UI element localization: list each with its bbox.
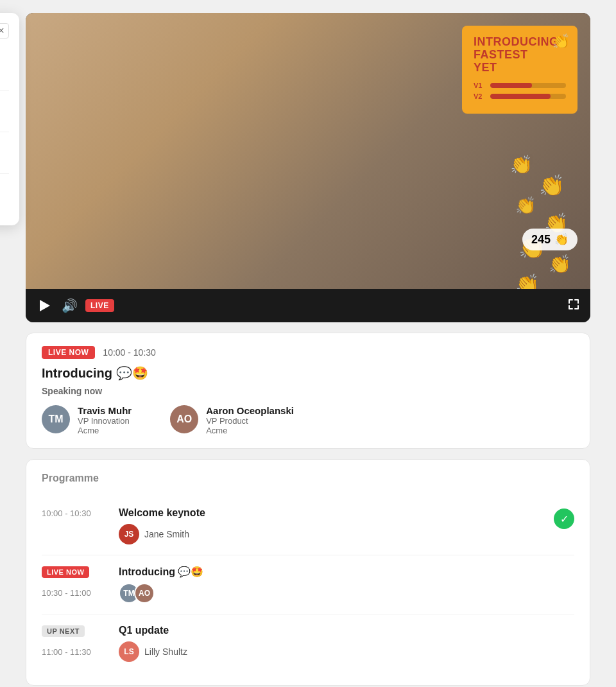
prog-avatar: AO [134,583,155,604]
prog-time: 10:00 - 10:30 [42,507,106,518]
prog-name: Introducing 💬🤩 [119,566,574,578]
prog-speaker-row: LS Lilly Shultz [119,641,574,662]
fullscreen-button[interactable] [567,298,580,314]
speaker-details: Travis Muhr VP Innovation Acme [78,405,132,435]
v1-bar-bg [490,83,566,88]
prog-time: 11:00 - 11:30 [42,646,106,657]
main-container: 125 viewers × CH Cammy Hedling 👏48 • ACM… [26,13,590,686]
prog-name: Welcome keynote [119,507,541,519]
v2-label: V2 [474,92,486,100]
programme-card: Programme 10:00 - 10:30 Welcome keynote … [26,459,590,686]
prog-content: Q1 update LS Lilly Shultz [119,625,574,662]
viewers-header: 125 viewers × [0,23,9,39]
prog-name: Q1 update [119,625,574,636]
hand-emoji-3: 👏 [515,196,536,216]
controls-left: 🔊 LIVE [36,297,114,315]
v2-bar-bg [490,94,566,99]
speaker-role: VP Innovation [78,416,132,426]
prog-content: Welcome keynote JS Jane Smith [119,507,541,544]
prog-avatar: JS [119,524,139,544]
hand-emoji-7: 👏 [515,273,539,289]
speaker-company: Acme [206,426,294,435]
video-area: INTRODUCINGFASTESTYET 👏 V1 V2 👏 [26,13,590,289]
prog-avatar-group: TM AO [119,583,574,604]
play-button[interactable] [36,297,54,315]
programme-item-3: UP NEXT 11:00 - 11:30 Q1 update LS Lilly… [42,614,574,672]
viewer-item: CH Cammy Hedling 👏48 • ACME Inc. [0,49,9,91]
speaker-item: AO Aaron Oceoplanski VP Product Acme [170,405,294,435]
video-wrapper: 125 viewers × CH Cammy Hedling 👏48 • ACM… [26,13,590,322]
speaker-details: Aaron Oceoplanski VP Product Acme [206,405,294,435]
prog-time-block: UP NEXT 11:00 - 11:30 [42,625,106,657]
session-title: Introducing 💬🤩 [42,365,574,381]
viewer-item: VD Vicente de la Cruz 👏41 • BlueHat [0,91,9,132]
prog-content: Introducing 💬🤩 TM AO [119,566,574,604]
speaker-name: Travis Muhr [78,405,132,416]
intro-hand-emoji: 👏 [552,33,570,50]
speaker-role: VP Product [206,416,294,426]
viewers-popup: 125 viewers × CH Cammy Hedling 👏48 • ACM… [0,13,19,225]
hand-emoji-1: 👏 [510,154,533,175]
clap-count: 245 [531,233,551,247]
prog-status-badge: LIVE NOW [42,566,89,578]
prog-avatar: LS [119,641,139,662]
prog-time: 10:30 - 11:00 [42,587,106,598]
prog-right: ✓ [554,507,574,529]
speaker-avatar: TM [42,405,70,433]
programme-item-2: LIVE NOW 10:30 - 11:00 Introducing 💬🤩 TM… [42,555,574,614]
prog-time-block: LIVE NOW 10:30 - 11:00 [42,566,106,598]
programme-title: Programme [42,473,574,484]
intro-card: INTRODUCINGFASTESTYET 👏 V1 V2 [462,26,578,114]
speaker-avatar: AO [170,405,198,433]
check-icon: ✓ [554,509,574,529]
prog-speaker-row: JS Jane Smith [119,524,541,544]
close-button[interactable]: × [0,23,9,39]
v2-bar-fill [490,94,551,99]
hand-emoji-2: 👏 [539,173,565,198]
v1-row: V1 [474,82,566,89]
live-now-badge: LIVE NOW [42,346,95,359]
hand-emoji-6: 👏 [549,254,571,275]
speaking-now-label: Speaking now [42,386,574,396]
speaker-company: Acme [78,426,132,435]
video-controls: 🔊 LIVE [26,289,590,322]
volume-icon[interactable]: 🔊 [62,298,78,313]
clap-emoji: 👏 [554,232,569,247]
prog-speaker-name: Jane Smith [144,529,189,539]
speaker-item: TM Travis Muhr VP Innovation Acme [42,405,132,435]
live-time: 10:00 - 10:30 [103,347,156,358]
viewer-item: MN Meysam Nassour 👏32 • ACME Inc. [0,174,9,215]
prog-status-badge: UP NEXT [42,625,85,637]
speakers-row: TM Travis Muhr VP Innovation Acme AO Aar… [42,405,574,435]
viewer-item: SS Sara Scholz 👏36 • BlueHat [0,132,9,174]
live-now-header: LIVE NOW 10:00 - 10:30 [42,346,574,359]
programme-item-1: 10:00 - 10:30 Welcome keynote JS Jane Sm… [42,497,574,555]
v2-row: V2 [474,92,566,100]
live-now-card: LIVE NOW 10:00 - 10:30 Introducing 💬🤩 Sp… [26,333,590,449]
speaker-name: Aaron Oceoplanski [206,405,294,416]
prog-speaker-name: Lilly Shultz [144,647,187,657]
v1-label: V1 [474,82,486,89]
play-icon [40,300,50,311]
live-badge: LIVE [85,299,114,312]
clap-counter: 245 👏 [522,229,578,250]
v1-bar-fill [490,83,532,88]
